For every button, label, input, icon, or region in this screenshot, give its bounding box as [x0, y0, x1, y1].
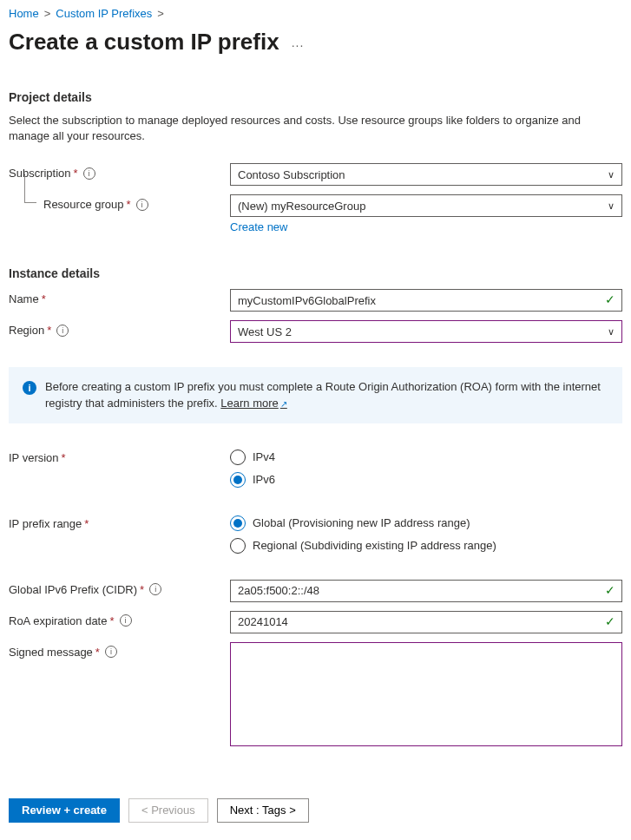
check-icon: ✓: [605, 614, 615, 628]
required-icon: *: [109, 614, 114, 627]
info-icon[interactable]: i: [56, 325, 69, 337]
check-icon: ✓: [605, 583, 615, 597]
roa-info-text: Before creating a custom IP prefix you m…: [45, 380, 601, 409]
learn-more-link[interactable]: Learn more↗: [220, 397, 286, 410]
chevron-down-icon: ∨: [608, 326, 615, 338]
required-icon: *: [84, 517, 89, 530]
info-icon: i: [23, 381, 36, 395]
required-icon: *: [140, 583, 144, 596]
region-value: West US 2: [238, 325, 292, 338]
subscription-label: Subscription: [9, 167, 71, 180]
breadcrumb: Home > Custom IP Prefixes >: [9, 7, 622, 20]
required-icon: *: [47, 324, 51, 337]
range-regional-label: Regional (Subdividing existing IP addres…: [253, 539, 496, 552]
ipv6-radio[interactable]: [230, 472, 246, 488]
ipv6-label: IPv6: [253, 473, 275, 486]
info-icon[interactable]: i: [120, 614, 132, 627]
chevron-down-icon: ∨: [608, 200, 615, 212]
range-global-label: Global (Provisioning new IP address rang…: [253, 516, 470, 529]
cidr-input[interactable]: [230, 580, 622, 602]
required-icon: *: [74, 167, 78, 180]
required-icon: *: [95, 646, 100, 659]
name-input[interactable]: [230, 289, 622, 312]
info-icon[interactable]: i: [136, 199, 148, 211]
resource-group-select[interactable]: (New) myResourceGroup ∨: [230, 194, 622, 217]
subscription-select[interactable]: Contoso Subscription ∨: [230, 163, 622, 186]
roa-date-label: RoA expiration date: [9, 614, 107, 627]
region-select[interactable]: West US 2 ∨: [230, 320, 622, 343]
tree-line-icon: [24, 174, 36, 203]
info-icon[interactable]: i: [105, 646, 117, 658]
next-button[interactable]: Next : Tags >: [217, 798, 309, 823]
ip-prefix-range-label: IP prefix range: [9, 517, 82, 530]
chevron-right-icon: >: [157, 7, 164, 20]
create-new-link[interactable]: Create new: [230, 220, 287, 233]
required-icon: *: [62, 451, 66, 464]
name-label: Name: [9, 292, 39, 305]
ipv4-radio[interactable]: [230, 450, 246, 465]
required-icon: *: [42, 292, 46, 305]
chevron-down-icon: ∨: [608, 169, 615, 180]
external-link-icon: ↗: [280, 399, 287, 409]
info-icon[interactable]: i: [83, 167, 95, 180]
range-regional-radio[interactable]: [230, 538, 246, 554]
range-global-radio[interactable]: [230, 515, 246, 531]
breadcrumb-home[interactable]: Home: [9, 7, 39, 20]
ipv4-label: IPv4: [253, 450, 275, 463]
wizard-footer: Review + create < Previous Next : Tags >: [9, 798, 622, 823]
ip-version-label: IP version: [9, 451, 59, 464]
subscription-value: Contoso Subscription: [238, 168, 345, 181]
chevron-right-icon: >: [44, 7, 51, 20]
page-title: Create a custom IP prefix: [9, 29, 279, 56]
more-icon[interactable]: ···: [292, 38, 305, 52]
project-details-heading: Project details: [9, 90, 622, 104]
check-icon: ✓: [605, 292, 615, 306]
breadcrumb-custom-ip-prefixes[interactable]: Custom IP Prefixes: [56, 7, 152, 20]
info-icon[interactable]: i: [149, 583, 161, 595]
instance-details-heading: Instance details: [9, 266, 622, 280]
signed-message-label: Signed message: [9, 646, 93, 659]
previous-button[interactable]: < Previous: [128, 798, 208, 823]
roa-date-input[interactable]: [230, 611, 622, 633]
cidr-label: Global IPv6 Prefix (CIDR): [9, 583, 137, 596]
required-icon: *: [127, 198, 131, 211]
resource-group-value: (New) myResourceGroup: [238, 200, 365, 213]
roa-info-box: i Before creating a custom IP prefix you…: [9, 367, 622, 423]
resource-group-label: Resource group: [43, 198, 124, 211]
region-label: Region: [9, 324, 44, 337]
signed-message-input[interactable]: [230, 642, 622, 746]
project-details-desc: Select the subscription to manage deploy…: [9, 113, 622, 144]
review-create-button[interactable]: Review + create: [9, 798, 120, 823]
